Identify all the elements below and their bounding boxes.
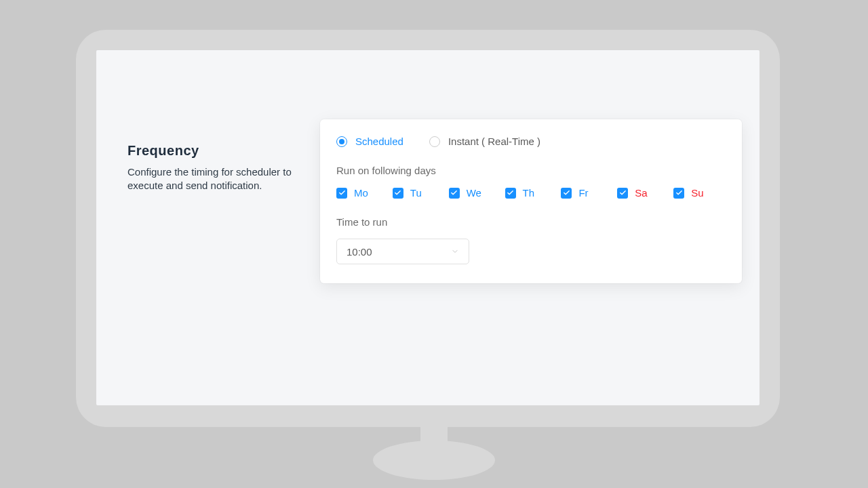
section-description: Configure the timing for scheduler to ex…	[127, 165, 297, 193]
day-label: Tu	[410, 187, 422, 199]
section-title: Frequency	[127, 143, 297, 159]
check-icon	[673, 188, 684, 199]
mode-radio-group: Scheduled Instant ( Real-Time )	[336, 136, 726, 147]
day-checkbox-sa[interactable]: Sa	[617, 187, 669, 199]
check-icon	[617, 188, 628, 199]
section-header: Frequency Configure the timing for sched…	[127, 143, 297, 193]
day-checkbox-fr[interactable]: Fr	[561, 187, 613, 199]
day-label: Sa	[635, 187, 647, 199]
day-label: We	[467, 187, 481, 199]
settings-panel: Frequency Configure the timing for sched…	[96, 50, 760, 405]
day-checkbox-mo[interactable]: Mo	[336, 187, 389, 199]
mode-radio-scheduled[interactable]: Scheduled	[336, 136, 403, 147]
day-checkbox-tu[interactable]: Tu	[393, 187, 445, 199]
day-label: Fr	[578, 187, 588, 199]
day-checkbox-su[interactable]: Su	[673, 187, 726, 199]
check-icon	[336, 188, 347, 199]
check-icon	[449, 188, 460, 199]
chevron-down-icon	[451, 246, 459, 258]
radio-icon	[336, 136, 347, 147]
check-icon	[505, 188, 516, 199]
screen: Frequency Configure the timing for sched…	[96, 50, 760, 405]
days-label: Run on following days	[336, 165, 726, 176]
radio-label: Scheduled	[355, 136, 403, 147]
frequency-card: Scheduled Instant ( Real-Time ) Run on f…	[320, 119, 742, 283]
time-select-value: 10:00	[347, 246, 372, 258]
check-icon	[393, 188, 403, 199]
day-checkbox-th[interactable]: Th	[505, 187, 557, 199]
day-label: Mo	[354, 187, 368, 199]
check-icon	[561, 188, 572, 199]
time-label: Time to run	[336, 216, 726, 228]
radio-icon	[429, 136, 440, 147]
days-row: MoTuWeThFrSaSu	[336, 187, 726, 199]
device-frame: Frequency Configure the timing for sched…	[0, 0, 868, 488]
day-label: Th	[523, 187, 535, 199]
day-checkbox-we[interactable]: We	[449, 187, 501, 199]
day-label: Su	[691, 187, 703, 199]
mode-radio-instant[interactable]: Instant ( Real-Time )	[429, 136, 540, 147]
radio-label: Instant ( Real-Time )	[448, 136, 540, 147]
time-select[interactable]: 10:00	[336, 239, 469, 264]
monitor-bezel: Frequency Configure the timing for sched…	[76, 30, 780, 427]
